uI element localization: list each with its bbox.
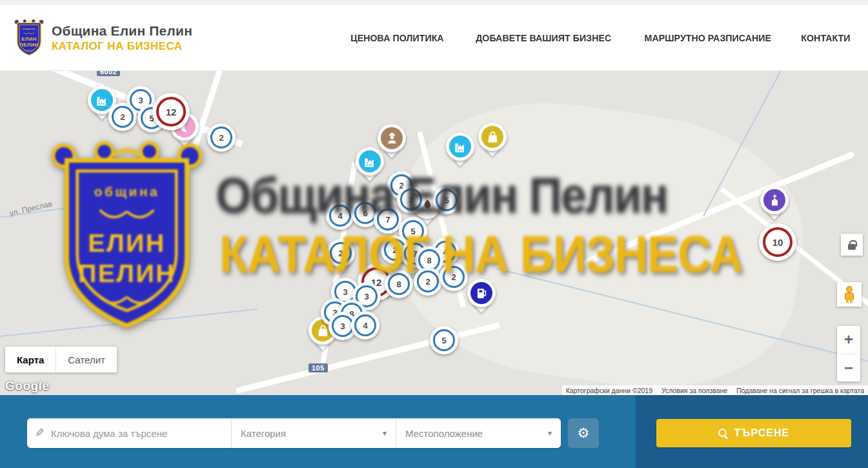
google-logo[interactable]: Google — [5, 379, 49, 393]
brand[interactable]: Община Елин Пелин КАТАЛОГ НА БИЗНЕСА — [14, 19, 192, 57]
factory-pin-marker[interactable] — [446, 132, 474, 172]
map-type-map-button[interactable]: Карта — [5, 347, 56, 372]
category-select[interactable]: Категория ▾ — [231, 418, 396, 448]
map-cluster-marker[interactable]: 2 — [327, 239, 355, 267]
search-icon — [718, 429, 728, 438]
map-boundary-line — [0, 309, 257, 338]
attribution-link[interactable]: Подаване на сигнал за грешка в картата — [736, 387, 864, 394]
main-nav: ЦЕНОВА ПОЛИТИКАДОБАВЕТЕ ВАШИЯТ БИЗНЕСМАР… — [347, 32, 853, 44]
street-name-label: ул. Преслав — [8, 199, 53, 218]
map-cluster-marker[interactable]: 2 — [414, 267, 442, 296]
map-type-control: Карта Сателит — [5, 347, 117, 372]
site-title: Община Елин Пелин — [52, 23, 192, 39]
search-button-label: ТЪРСЕНЕ — [734, 427, 789, 439]
road-number-label: 6002 — [97, 71, 120, 76]
fuel-icon — [475, 287, 489, 300]
gear-icon: ⚙ — [578, 425, 590, 440]
map-cluster-marker[interactable]: 2 — [207, 123, 236, 152]
map-cluster-marker[interactable]: 2 — [108, 103, 137, 131]
worker-pin-marker[interactable] — [378, 124, 406, 164]
lock-button[interactable] — [841, 234, 863, 256]
map-cluster-marker[interactable]: 5 — [432, 186, 461, 214]
map-cluster-marker[interactable]: 3 — [397, 185, 425, 214]
chevron-down-icon: ▾ — [383, 429, 387, 438]
church-pin-marker[interactable] — [760, 186, 789, 226]
attribution-link[interactable]: Условия за ползване — [661, 387, 727, 394]
bag-icon — [316, 324, 330, 338]
church-icon — [768, 194, 782, 207]
top-strip — [0, 0, 868, 5]
search-input-group: ✎ Категория ▾ Местоположение ▾ — [27, 418, 561, 448]
search-section: ✎ Категория ▾ Местоположение ▾ ⚙ ТЪРСЕНЕ — [0, 395, 868, 468]
map-cluster-marker[interactable]: 10 — [759, 223, 796, 261]
zoom-out-button[interactable]: − — [837, 354, 860, 382]
map-cluster-marker[interactable]: 4 — [351, 311, 379, 340]
map-cluster-marker[interactable]: 8 — [385, 270, 413, 298]
category-select-value: Категория — [241, 428, 286, 439]
nav-link[interactable]: ЦЕНОВА ПОЛИТИКА — [350, 32, 443, 44]
factory-icon — [454, 140, 467, 154]
page: Община Елин Пелин КАТАЛОГ НА БИЗНЕСА ЦЕН… — [0, 0, 868, 468]
bag-icon — [486, 130, 500, 144]
map-cluster-marker[interactable]: 12 — [152, 93, 190, 130]
search-button[interactable]: ТЪРСЕНЕ — [656, 419, 851, 447]
map-cluster-marker[interactable]: 4 — [326, 201, 354, 230]
pegman-icon — [843, 286, 855, 303]
nav-link[interactable]: КОНТАКТИ — [801, 32, 850, 44]
map-attribution: Картографски данни ©2019Условия за ползв… — [562, 385, 868, 395]
map-cluster-marker[interactable]: 5 — [430, 326, 458, 354]
site-subtitle: КАТАЛОГ НА БИЗНЕСА — [52, 40, 192, 53]
factory-icon — [363, 155, 377, 168]
header: Община Елин Пелин КАТАЛОГ НА БИЗНЕСА ЦЕН… — [0, 5, 868, 71]
bag-pin-marker[interactable] — [478, 123, 507, 163]
zoom-in-button[interactable]: + — [837, 326, 860, 354]
advanced-settings-button[interactable]: ⚙ — [568, 418, 599, 448]
chevron-down-icon: ▾ — [548, 429, 552, 438]
watermark-shield-logo — [52, 139, 202, 338]
worker-icon — [385, 132, 399, 145]
location-select[interactable]: Местоположение ▾ — [396, 418, 561, 448]
pegman-button[interactable] — [837, 282, 862, 307]
fuel-pin-marker[interactable] — [467, 279, 496, 319]
municipality-logo — [14, 19, 44, 57]
map-cluster-marker[interactable]: 2 — [439, 263, 468, 291]
factory-icon — [96, 94, 109, 107]
zoom-control: + − — [837, 326, 860, 382]
lock-icon — [848, 244, 856, 250]
pencil-icon: ✎ — [35, 426, 45, 440]
map-type-satellite-button[interactable]: Сателит — [56, 347, 117, 372]
attribution-text: Картографски данни ©2019 — [566, 387, 652, 394]
keyword-search-input[interactable] — [51, 428, 223, 439]
nav-link[interactable]: МАРШРУТНО РАЗПИСАНИЕ — [645, 32, 772, 44]
road-number-label: 105 — [308, 363, 328, 372]
keyword-cell: ✎ — [27, 418, 231, 448]
location-select-value: Местоположение — [405, 428, 483, 439]
nav-link[interactable]: ДОБАВЕТЕ ВАШИЯТ БИЗНЕС — [476, 32, 611, 44]
map-canvas[interactable]: ул. Преславбул. „Новосел 6002105 3251222… — [0, 71, 868, 395]
map-cluster-marker[interactable]: 7 — [374, 205, 402, 234]
